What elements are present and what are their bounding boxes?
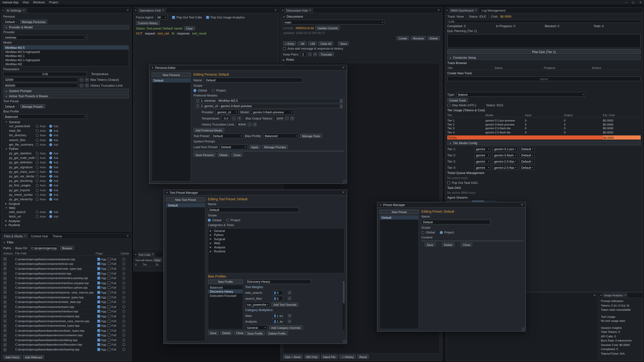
close-icon[interactable]: ✕ — [639, 1, 642, 4]
full-checkbox[interactable] — [108, 272, 111, 275]
tab-close-icon[interactable]: ✕ — [162, 8, 164, 12]
panel-close-icon[interactable]: ✕ — [125, 8, 130, 12]
ask-radio[interactable] — [50, 161, 52, 164]
full-checkbox[interactable] — [108, 320, 111, 323]
ask-radio[interactable] — [50, 134, 52, 137]
agg-checkbox[interactable]: ✓ — [97, 296, 100, 299]
md-only-button[interactable]: MD Only — [304, 355, 320, 359]
scope-global-radio[interactable] — [208, 219, 211, 222]
tool-group-surgical[interactable]: ▶Surgical — [3, 201, 129, 205]
remove-file-button[interactable]: x — [3, 291, 7, 294]
agg-checkbox[interactable]: ✓ — [97, 348, 100, 351]
tab-close-icon[interactable]: ✕ — [475, 8, 477, 12]
reorder-handle[interactable] — [196, 99, 199, 102]
drag-handle[interactable] — [274, 314, 276, 317]
preset-content-input[interactable] — [422, 241, 523, 241]
delete-profile-button[interactable]: Delete Profile — [266, 331, 288, 335]
save-profile-button[interactable]: Save Profile — [245, 331, 265, 335]
agg-checkbox[interactable]: ✓ — [97, 263, 100, 265]
full-checkbox[interactable] — [108, 310, 111, 313]
cache-indicator[interactable] — [122, 291, 125, 294]
step-mode-checkbox[interactable] — [447, 104, 450, 107]
dialog-close-icon[interactable]: ✕ — [342, 66, 344, 69]
caret-icon[interactable]: ▶ — [283, 58, 284, 61]
cache-indicator[interactable] — [122, 296, 125, 299]
remove-model-button[interactable]: x — [340, 99, 343, 102]
decrement-button[interactable]: - — [80, 78, 83, 81]
inject-file-button[interactable]: Inject File — [321, 355, 338, 359]
cache-indicator[interactable] — [122, 310, 125, 313]
decrement-button[interactable]: - — [285, 116, 289, 120]
auto-radio[interactable] — [36, 215, 38, 218]
track-name-input[interactable]: Name — [447, 76, 641, 81]
scope-global-radio[interactable] — [422, 231, 424, 234]
weight-input[interactable]: 4 — [272, 296, 283, 301]
delete-button[interactable]: Delete — [442, 243, 454, 247]
collapse-caret-icon[interactable]: ▼ — [600, 294, 602, 296]
agg-checkbox[interactable]: ✓ — [97, 334, 100, 337]
ask-radio[interactable] — [50, 129, 52, 132]
bias-profile-option[interactable]: Balanced — [208, 285, 243, 289]
tab-usage-analytics[interactable]: Usage Analytics ✕ — [602, 293, 628, 298]
track-type-select[interactable]: feature ▾ — [456, 92, 586, 97]
full-checkbox[interactable] — [108, 348, 111, 351]
auto-radio[interactable] — [36, 170, 38, 173]
ask-radio[interactable] — [50, 157, 52, 159]
manage-tools-button[interactable]: Manage Tools — [300, 134, 322, 138]
remove-multiplier-button[interactable]: x — [288, 320, 291, 323]
tier-provider-select[interactable]: gemini▾ — [474, 153, 491, 158]
plan-epic-button[interactable]: Plan Epic (Tier 1) — [447, 49, 641, 54]
profile-name-input[interactable]: Discovery-Heavy — [245, 280, 311, 284]
create-discussion-button[interactable]: Create — [396, 36, 409, 40]
collapse-caret-icon[interactable]: ▼ — [135, 253, 137, 256]
system-prompts-section[interactable]: ▼ System Prompts — [3, 89, 129, 93]
new-profile-button[interactable]: New Profile — [208, 280, 243, 284]
tool-preset-option[interactable]: Default — [166, 203, 205, 207]
delete-discussion-button[interactable]: Delete — [428, 36, 440, 40]
agg-checkbox[interactable]: ✓ — [97, 315, 100, 318]
focus-agent-select[interactable]: All ▾ — [156, 15, 168, 19]
tool-group-web[interactable]: ▼Web — [3, 206, 129, 210]
category-item[interactable]: ▶Web — [208, 241, 344, 245]
close-button[interactable]: Close — [234, 331, 246, 335]
scope-project-radio[interactable] — [440, 231, 442, 234]
remove-file-button[interactable]: x — [3, 272, 7, 275]
decrement-button[interactable]: - — [80, 83, 83, 87]
caret-icon[interactable]: ▼ — [3, 241, 5, 244]
auto-radio[interactable] — [36, 161, 38, 164]
apply-button[interactable]: Apply — [249, 145, 260, 149]
cache-indicator[interactable] — [122, 329, 125, 332]
tab-close-icon[interactable]: ✕ — [624, 294, 626, 297]
cache-indicator[interactable] — [122, 301, 125, 303]
clear-status-button[interactable]: Clear — [184, 26, 195, 30]
agg-checkbox[interactable]: ✓ — [97, 305, 100, 308]
base-dir-input[interactable]: C:/projects/gencpp — [30, 245, 58, 250]
remove-file-button[interactable]: x — [3, 305, 7, 308]
bias-profile-select[interactable]: Balanced ▾ — [263, 133, 298, 138]
new-persona-button[interactable]: New Persona — [152, 72, 191, 77]
scope-global-radio[interactable] — [193, 89, 196, 92]
discussion-select[interactable]: main ▾ — [283, 20, 385, 25]
drag-handle[interactable] — [274, 291, 276, 294]
add-category-override-button[interactable]: Add Category Override — [269, 326, 302, 330]
reset-button[interactable]: Reset — [357, 355, 369, 359]
full-checkbox[interactable] — [108, 267, 111, 270]
close-button[interactable]: Close — [461, 243, 472, 247]
increment-button[interactable]: + — [238, 116, 241, 120]
close-button[interactable]: Close — [231, 153, 243, 157]
agg-checkbox[interactable]: ✓ — [97, 339, 100, 341]
drag-handle[interactable] — [274, 297, 276, 300]
menu-view[interactable]: View — [22, 0, 29, 4]
tool-preset-name-input[interactable]: Default — [208, 207, 299, 212]
remove-file-button[interactable]: x — [3, 296, 7, 299]
tier-model-select[interactable]: gemini-3-flash-preview▾ — [492, 153, 518, 158]
add-preferred-model-button[interactable]: Add Preferred Model — [193, 128, 224, 132]
auto-add-checkbox[interactable] — [283, 47, 286, 50]
conductor-setup-section[interactable]: ▼ Conductor Setup — [447, 55, 641, 60]
agg-checkbox[interactable]: ✓ — [97, 310, 100, 313]
ask-radio[interactable] — [50, 198, 52, 201]
tier-provider-select[interactable]: gemini▾ — [474, 146, 491, 151]
auto-radio[interactable] — [36, 157, 38, 159]
ask-radio[interactable] — [50, 193, 52, 196]
history-button[interactable]: -> History — [339, 355, 356, 359]
